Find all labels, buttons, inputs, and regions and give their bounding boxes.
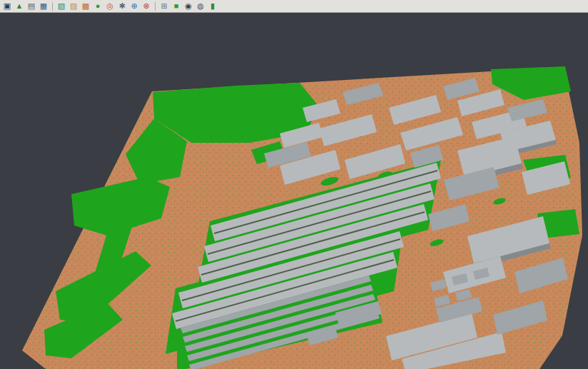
camera-button[interactable]: ◉ (183, 1, 194, 12)
ortho-button[interactable]: ▨ (68, 1, 79, 12)
classify-button[interactable]: ■ (171, 1, 182, 12)
toolbar: ▣▲▤▦▧▨▩●◎✱⊕⊗⊞■◉◍▮ (0, 0, 588, 13)
terrain-button[interactable]: ▲ (14, 1, 25, 12)
toolbar-separator (155, 2, 156, 11)
ortho-icon: ▨ (70, 2, 77, 10)
dem-button[interactable]: ▩ (80, 1, 91, 12)
report-icon: ▮ (211, 2, 215, 10)
map-icon: ▧ (58, 2, 65, 10)
model-viewport[interactable] (0, 13, 588, 369)
dem-icon: ▩ (82, 2, 89, 10)
add-icon: ⊕ (131, 2, 137, 10)
add-button[interactable]: ⊕ (128, 1, 140, 12)
application-window: ▣▲▤▦▧▨▩●◎✱⊕⊗⊞■◉◍▮ (0, 0, 588, 369)
screen-button[interactable]: ▣ (1, 1, 13, 12)
screen-icon: ▣ (4, 2, 11, 10)
map-button[interactable]: ▧ (56, 1, 67, 12)
classify-icon: ■ (174, 2, 179, 10)
terrain-icon: ▲ (16, 2, 24, 10)
remove-icon: ⊗ (143, 2, 149, 10)
layers-icon: ▤ (28, 2, 35, 10)
photos-icon: ▦ (40, 2, 47, 10)
layers-button[interactable]: ▤ (26, 1, 37, 12)
sphere-button[interactable]: ◍ (195, 1, 206, 12)
target-icon: ◎ (106, 2, 113, 10)
sphere-icon: ◍ (197, 2, 204, 10)
photos-button[interactable]: ▦ (38, 1, 49, 12)
settings-icon: ✱ (118, 2, 125, 10)
globe-button[interactable]: ● (92, 1, 103, 12)
scene-3d-view (0, 13, 588, 369)
toolbar-separator (52, 2, 53, 11)
grid-icon: ⊞ (161, 2, 167, 10)
target-button[interactable]: ◎ (104, 1, 116, 12)
camera-icon: ◉ (185, 2, 192, 10)
remove-button[interactable]: ⊗ (141, 1, 152, 12)
globe-icon: ● (96, 2, 101, 10)
grid-button[interactable]: ⊞ (158, 1, 170, 12)
settings-button[interactable]: ✱ (116, 1, 128, 12)
report-button[interactable]: ▮ (207, 1, 218, 12)
